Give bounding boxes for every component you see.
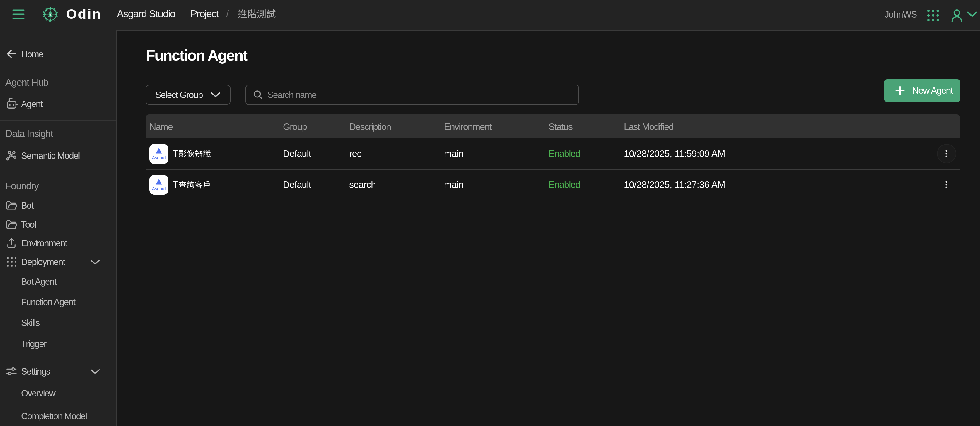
- svg-text:Asgard: Asgard: [152, 186, 166, 192]
- svg-text:Asgard: Asgard: [152, 156, 166, 161]
